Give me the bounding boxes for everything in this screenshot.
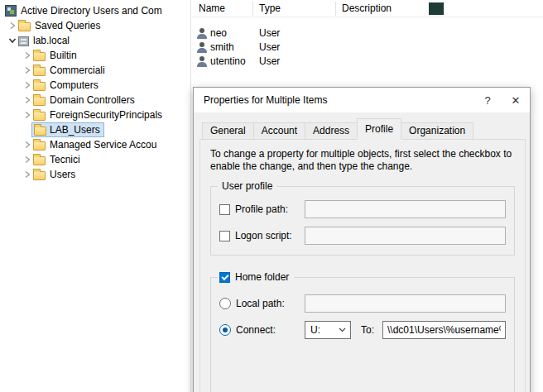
- tree-item-label: Domain Controllers: [50, 94, 135, 106]
- tree-item-label: Managed Service Accou: [50, 139, 156, 151]
- folder-icon: [33, 171, 46, 180]
- tree-item-root[interactable]: Active Directory Users and Com: [0, 3, 190, 18]
- profile-path-input[interactable]: [305, 200, 506, 218]
- properties-dialog: Properties for Multiple Items ? ✕ Genera…: [193, 87, 531, 392]
- dialog-titlebar[interactable]: Properties for Multiple Items ? ✕: [194, 88, 530, 112]
- column-header-description[interactable]: Description: [342, 2, 392, 15]
- user-name: smith: [210, 41, 234, 54]
- tab-general[interactable]: General: [202, 122, 254, 140]
- tree-item-managed-service-accounts[interactable]: Managed Service Accou: [0, 137, 190, 152]
- chevron-right-icon[interactable]: [22, 65, 33, 76]
- tab-account[interactable]: Account: [253, 122, 305, 140]
- home-folder-label: Home folder: [235, 270, 289, 284]
- tree-item-label: Commerciali: [50, 65, 105, 76]
- home-folder-checkbox[interactable]: [219, 272, 230, 283]
- folder-icon: [33, 67, 46, 76]
- dialog-description: To change a property for multiple object…: [210, 148, 520, 173]
- profile-path-label: Profile path:: [235, 203, 305, 215]
- user-type: User: [259, 41, 280, 54]
- tree-item-lab-local[interactable]: lab.local: [0, 33, 190, 48]
- folder-icon: [33, 156, 46, 165]
- user-icon: [196, 42, 208, 53]
- aduc-console-window: Active Directory Users and Com Saved Que…: [0, 0, 543, 392]
- column-divider[interactable]: [444, 2, 444, 16]
- folder-icon: [33, 82, 46, 91]
- home-folder-header: Home folder: [218, 270, 294, 284]
- folder-icon: [34, 127, 46, 136]
- column-divider[interactable]: [335, 2, 336, 16]
- tree-item-commerciali[interactable]: Commerciali: [0, 63, 190, 78]
- local-path-radio[interactable]: [219, 298, 231, 309]
- chevron-down-icon[interactable]: [7, 35, 18, 46]
- profile-path-row: Profile path:: [219, 200, 506, 218]
- local-path-row: Local path:: [219, 294, 506, 313]
- local-path-input[interactable]: [305, 294, 506, 313]
- column-header-type[interactable]: Type: [259, 2, 281, 15]
- chevron-right-icon[interactable]: [7, 20, 18, 31]
- chevron-right-icon[interactable]: [22, 154, 33, 165]
- tree-item-users[interactable]: Users: [0, 167, 190, 182]
- folder-icon: [18, 22, 31, 31]
- tree-item-saved-queries[interactable]: Saved Queries: [0, 18, 190, 33]
- tree-item-label: Tecnici: [50, 154, 80, 165]
- chevron-right-icon[interactable]: [22, 50, 33, 61]
- drive-letter-dropdown[interactable]: U:: [305, 321, 351, 339]
- user-name: utentino: [210, 55, 246, 68]
- logon-script-checkbox[interactable]: [219, 231, 230, 241]
- user-name: neo: [210, 27, 227, 40]
- list-row-smith[interactable]: smith User: [192, 41, 440, 55]
- logon-script-label: Logon script:: [235, 230, 305, 241]
- chevron-right-icon[interactable]: [22, 94, 33, 106]
- drive-letter-value: U:: [310, 324, 320, 336]
- user-type: User: [259, 27, 280, 40]
- to-label: To:: [361, 324, 374, 336]
- tree-item-lab-users[interactable]: LAB_Users: [0, 122, 190, 137]
- domain-icon: [18, 36, 29, 46]
- chevron-right-icon[interactable]: [22, 79, 33, 91]
- folder-icon: [33, 141, 46, 151]
- chevron-right-icon[interactable]: [22, 139, 33, 151]
- close-button[interactable]: ✕: [502, 88, 530, 112]
- tree-item-computers[interactable]: Computers: [0, 78, 190, 93]
- help-button[interactable]: ?: [473, 88, 502, 112]
- connect-path-input[interactable]: [382, 321, 506, 339]
- tree-item-builtin[interactable]: Builtin: [0, 48, 190, 63]
- profile-path-checkbox[interactable]: [219, 204, 230, 215]
- tree-item-label: Builtin: [50, 50, 77, 61]
- tab-address[interactable]: Address: [305, 122, 358, 140]
- tab-organization[interactable]: Organization: [401, 122, 473, 140]
- tree-item-label: ForeignSecurityPrincipals: [50, 109, 162, 121]
- list-row-neo[interactable]: neo User: [192, 26, 440, 41]
- folder-icon: [33, 112, 46, 121]
- tree-item-label: Active Directory Users and Com: [21, 5, 162, 17]
- tree-item-label: Users: [50, 169, 75, 180]
- user-icon: [196, 56, 208, 67]
- column-header-name[interactable]: Name: [199, 2, 225, 15]
- tab-profile[interactable]: Profile: [357, 118, 401, 140]
- logon-script-row: Logon script:: [219, 227, 506, 245]
- tree-selection-highlight: LAB_Users: [31, 122, 104, 137]
- chevron-right-icon[interactable]: [22, 109, 33, 121]
- user-icon: [196, 28, 208, 39]
- home-folder-group: Home folder Local path: Connect: U: To:: [210, 277, 515, 392]
- tree-item-label: Saved Queries: [35, 20, 100, 31]
- list-row-utentino[interactable]: utentino User: [192, 55, 440, 69]
- folder-icon: [33, 97, 46, 106]
- column-divider[interactable]: [252, 2, 253, 16]
- tree-item-label: lab.local: [33, 35, 70, 46]
- list-header: Name Type Description: [192, 0, 543, 17]
- tree-item-tecnici[interactable]: Tecnici: [0, 152, 190, 167]
- dialog-tab-strip: General Account Address Profile Organiza…: [202, 118, 473, 140]
- chevron-down-icon: [339, 327, 346, 332]
- chevron-right-icon[interactable]: [22, 169, 33, 180]
- local-path-label: Local path:: [236, 298, 305, 309]
- tree-item-label: Computers: [50, 79, 99, 91]
- active-directory-icon: [5, 5, 17, 17]
- connect-radio[interactable]: [219, 324, 231, 336]
- user-profile-group: User profile Profile path: Logon script:: [210, 186, 515, 256]
- tree-item-foreign-security-principals[interactable]: ForeignSecurityPrincipals: [0, 108, 190, 122]
- folder-icon: [33, 52, 46, 61]
- logon-script-input[interactable]: [305, 227, 506, 245]
- tree-item-domain-controllers[interactable]: Domain Controllers: [0, 93, 190, 108]
- user-profile-group-label: User profile: [218, 180, 276, 193]
